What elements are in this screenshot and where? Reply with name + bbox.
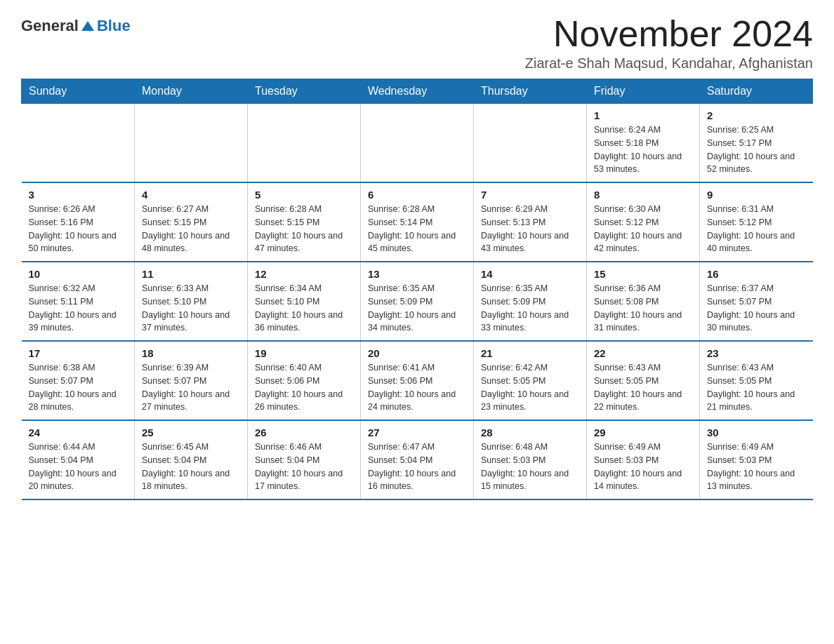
- day-info: Sunrise: 6:28 AMSunset: 5:15 PMDaylight:…: [255, 203, 353, 255]
- calendar-cell: 25Sunrise: 6:45 AMSunset: 5:04 PMDayligh…: [135, 420, 248, 499]
- day-info: Sunrise: 6:40 AMSunset: 5:06 PMDaylight:…: [255, 361, 353, 414]
- calendar-cell: [248, 104, 361, 183]
- weekday-header-saturday: Saturday: [700, 79, 813, 104]
- calendar-cell: 27Sunrise: 6:47 AMSunset: 5:04 PMDayligh…: [361, 420, 474, 499]
- day-number: 21: [481, 347, 579, 359]
- logo: General Blue: [21, 17, 131, 35]
- calendar-cell: [361, 104, 474, 183]
- logo-general-text: General: [21, 17, 79, 35]
- day-number: 15: [594, 268, 692, 280]
- calendar-cell: 30Sunrise: 6:49 AMSunset: 5:03 PMDayligh…: [700, 420, 813, 499]
- day-info: Sunrise: 6:26 AMSunset: 5:16 PMDaylight:…: [29, 203, 128, 255]
- logo-blue-text: Blue: [97, 17, 131, 35]
- weekday-header-friday: Friday: [587, 79, 700, 104]
- day-info: Sunrise: 6:43 AMSunset: 5:05 PMDaylight:…: [594, 361, 692, 414]
- day-info: Sunrise: 6:32 AMSunset: 5:11 PMDaylight:…: [29, 282, 128, 335]
- day-number: 12: [255, 268, 353, 280]
- weekday-header-monday: Monday: [135, 79, 248, 104]
- calendar-cell: 18Sunrise: 6:39 AMSunset: 5:07 PMDayligh…: [135, 341, 248, 420]
- calendar-cell: 14Sunrise: 6:35 AMSunset: 5:09 PMDayligh…: [474, 262, 587, 341]
- calendar-cell: 28Sunrise: 6:48 AMSunset: 5:03 PMDayligh…: [474, 420, 587, 499]
- calendar-week-row: 3Sunrise: 6:26 AMSunset: 5:16 PMDaylight…: [22, 182, 813, 262]
- weekday-header-sunday: Sunday: [22, 79, 135, 104]
- day-number: 19: [255, 347, 353, 359]
- calendar-week-row: 1Sunrise: 6:24 AMSunset: 5:18 PMDaylight…: [22, 104, 813, 183]
- day-info: Sunrise: 6:29 AMSunset: 5:13 PMDaylight:…: [481, 203, 579, 255]
- calendar-cell: 15Sunrise: 6:36 AMSunset: 5:08 PMDayligh…: [587, 262, 700, 341]
- day-info: Sunrise: 6:35 AMSunset: 5:09 PMDaylight:…: [481, 282, 579, 335]
- title-block: November 2024 Ziarat-e Shah Maqsud, Kand…: [525, 14, 813, 72]
- weekday-header-tuesday: Tuesday: [248, 79, 361, 104]
- day-number: 10: [29, 268, 128, 280]
- day-number: 25: [142, 427, 240, 438]
- calendar-cell: 5Sunrise: 6:28 AMSunset: 5:15 PMDaylight…: [248, 182, 361, 262]
- day-info: Sunrise: 6:27 AMSunset: 5:15 PMDaylight:…: [142, 203, 240, 255]
- day-info: Sunrise: 6:45 AMSunset: 5:04 PMDaylight:…: [142, 441, 240, 493]
- calendar-week-row: 17Sunrise: 6:38 AMSunset: 5:07 PMDayligh…: [22, 341, 813, 420]
- weekday-header-row: SundayMondayTuesdayWednesdayThursdayFrid…: [22, 79, 813, 104]
- day-info: Sunrise: 6:24 AMSunset: 5:18 PMDaylight:…: [594, 123, 692, 176]
- calendar-cell: 3Sunrise: 6:26 AMSunset: 5:16 PMDaylight…: [22, 182, 135, 262]
- calendar-cell: 6Sunrise: 6:28 AMSunset: 5:14 PMDaylight…: [361, 182, 474, 262]
- day-number: 8: [594, 189, 692, 201]
- day-info: Sunrise: 6:48 AMSunset: 5:03 PMDaylight:…: [481, 441, 579, 493]
- calendar-cell: 13Sunrise: 6:35 AMSunset: 5:09 PMDayligh…: [361, 262, 474, 341]
- day-info: Sunrise: 6:28 AMSunset: 5:14 PMDaylight:…: [368, 203, 466, 255]
- svg-marker-0: [81, 21, 94, 31]
- calendar-cell: 29Sunrise: 6:49 AMSunset: 5:03 PMDayligh…: [587, 420, 700, 499]
- day-info: Sunrise: 6:36 AMSunset: 5:08 PMDaylight:…: [594, 282, 692, 335]
- day-number: 24: [29, 427, 128, 438]
- day-info: Sunrise: 6:37 AMSunset: 5:07 PMDaylight:…: [707, 282, 806, 335]
- day-number: 5: [255, 189, 353, 201]
- calendar-cell: 7Sunrise: 6:29 AMSunset: 5:13 PMDaylight…: [474, 182, 587, 262]
- day-info: Sunrise: 6:33 AMSunset: 5:10 PMDaylight:…: [142, 282, 240, 335]
- calendar-cell: 16Sunrise: 6:37 AMSunset: 5:07 PMDayligh…: [700, 262, 813, 341]
- page-header: General Blue November 2024 Ziarat-e Shah…: [21, 14, 813, 72]
- day-info: Sunrise: 6:43 AMSunset: 5:05 PMDaylight:…: [707, 361, 806, 414]
- day-number: 29: [594, 427, 692, 438]
- day-info: Sunrise: 6:25 AMSunset: 5:17 PMDaylight:…: [707, 123, 806, 176]
- day-number: 20: [368, 347, 466, 359]
- day-info: Sunrise: 6:39 AMSunset: 5:07 PMDaylight:…: [142, 361, 240, 414]
- day-info: Sunrise: 6:47 AMSunset: 5:04 PMDaylight:…: [368, 441, 466, 493]
- day-info: Sunrise: 6:46 AMSunset: 5:04 PMDaylight:…: [255, 441, 353, 493]
- day-info: Sunrise: 6:31 AMSunset: 5:12 PMDaylight:…: [707, 203, 806, 255]
- calendar-cell: 9Sunrise: 6:31 AMSunset: 5:12 PMDaylight…: [700, 182, 813, 262]
- calendar-table: SundayMondayTuesdayWednesdayThursdayFrid…: [21, 79, 813, 500]
- day-number: 18: [142, 347, 240, 359]
- calendar-cell: [474, 104, 587, 183]
- day-number: 14: [481, 268, 579, 280]
- day-info: Sunrise: 6:44 AMSunset: 5:04 PMDaylight:…: [29, 441, 128, 493]
- day-number: 13: [368, 268, 466, 280]
- day-number: 23: [707, 347, 806, 359]
- day-number: 9: [707, 189, 806, 201]
- calendar-cell: 20Sunrise: 6:41 AMSunset: 5:06 PMDayligh…: [361, 341, 474, 420]
- calendar-cell: 21Sunrise: 6:42 AMSunset: 5:05 PMDayligh…: [474, 341, 587, 420]
- calendar-cell: [22, 104, 135, 183]
- calendar-cell: 1Sunrise: 6:24 AMSunset: 5:18 PMDaylight…: [587, 104, 700, 183]
- day-number: 7: [481, 189, 579, 201]
- calendar-cell: 4Sunrise: 6:27 AMSunset: 5:15 PMDaylight…: [135, 182, 248, 262]
- calendar-cell: 11Sunrise: 6:33 AMSunset: 5:10 PMDayligh…: [135, 262, 248, 341]
- day-number: 11: [142, 268, 240, 280]
- weekday-header-wednesday: Wednesday: [361, 79, 474, 104]
- day-number: 26: [255, 427, 353, 438]
- calendar-cell: 19Sunrise: 6:40 AMSunset: 5:06 PMDayligh…: [248, 341, 361, 420]
- calendar-cell: [135, 104, 248, 183]
- day-number: 30: [707, 427, 806, 438]
- calendar-cell: 8Sunrise: 6:30 AMSunset: 5:12 PMDaylight…: [587, 182, 700, 262]
- day-number: 17: [29, 347, 128, 359]
- calendar-week-row: 10Sunrise: 6:32 AMSunset: 5:11 PMDayligh…: [22, 262, 813, 341]
- day-number: 3: [29, 189, 128, 201]
- day-number: 22: [594, 347, 692, 359]
- month-title: November 2024: [525, 14, 813, 54]
- day-number: 27: [368, 427, 466, 438]
- day-number: 16: [707, 268, 806, 280]
- calendar-cell: 10Sunrise: 6:32 AMSunset: 5:11 PMDayligh…: [22, 262, 135, 341]
- day-info: Sunrise: 6:49 AMSunset: 5:03 PMDaylight:…: [707, 441, 806, 493]
- calendar-cell: 26Sunrise: 6:46 AMSunset: 5:04 PMDayligh…: [248, 420, 361, 499]
- day-info: Sunrise: 6:41 AMSunset: 5:06 PMDaylight:…: [368, 361, 466, 414]
- day-number: 2: [707, 109, 806, 121]
- day-info: Sunrise: 6:38 AMSunset: 5:07 PMDaylight:…: [29, 361, 128, 414]
- logo-icon: [80, 18, 95, 34]
